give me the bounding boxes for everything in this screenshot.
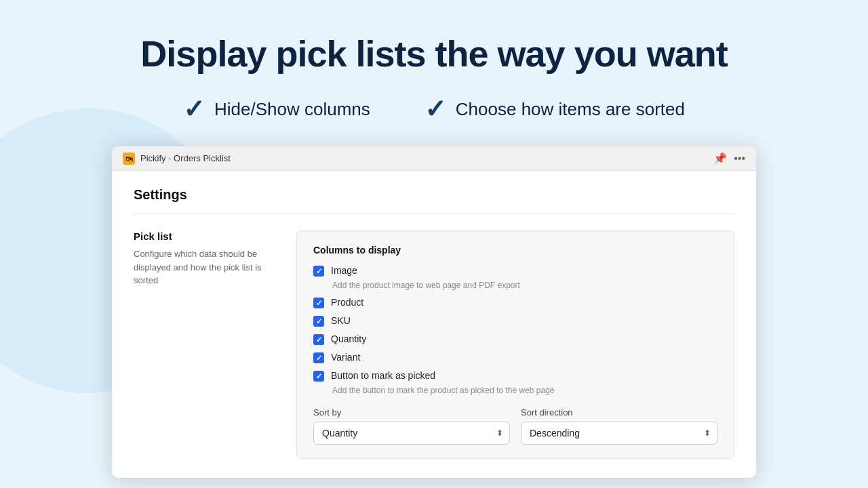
checkbox-item-button: ✓ Button to mark as picked bbox=[313, 370, 717, 382]
sort-by-select[interactable]: Image Product SKU Quantity Variant bbox=[313, 422, 510, 445]
checkbox-item-image: ✓ Image bbox=[313, 265, 717, 277]
feature-item-hide-show: ✓ Hide/Show columns bbox=[183, 96, 370, 122]
checkbox-item-product: ✓ Product bbox=[313, 297, 717, 308]
checkbox-label-variant: Variant bbox=[331, 352, 360, 363]
settings-panel: Columns to display ✓ Image Add the produ… bbox=[296, 230, 734, 459]
sort-direction-select[interactable]: Ascending Descending bbox=[521, 422, 717, 445]
check-mark-variant: ✓ bbox=[316, 354, 322, 362]
checkbox-variant[interactable]: ✓ bbox=[313, 352, 324, 363]
hero-title: Display pick lists the way you want bbox=[140, 33, 727, 75]
checkmark-icon-2: ✓ bbox=[425, 96, 446, 122]
checkbox-desc-image: Add the product image to web page and PD… bbox=[332, 281, 717, 290]
check-mark-button: ✓ bbox=[316, 373, 322, 380]
feature-label-2: Choose how items are sorted bbox=[456, 99, 685, 120]
sort-by-select-wrapper: Image Product SKU Quantity Variant ⬍ bbox=[313, 422, 510, 445]
features-row: ✓ Hide/Show columns ✓ Choose how items a… bbox=[183, 96, 685, 122]
pin-icon[interactable]: 📌 bbox=[713, 152, 727, 165]
check-mark-image: ✓ bbox=[316, 268, 322, 275]
checkbox-item-quantity: ✓ Quantity bbox=[313, 333, 717, 345]
settings-body: Pick list Configure which data should be… bbox=[134, 230, 734, 459]
checkbox-button[interactable]: ✓ bbox=[313, 371, 324, 382]
settings-heading: Settings bbox=[134, 187, 734, 214]
checkbox-label-image: Image bbox=[331, 265, 357, 276]
app-icon: 🛍 bbox=[123, 152, 135, 165]
sort-by-group: Sort by Image Product SKU Quantity Varia… bbox=[313, 407, 510, 445]
checkbox-label-quantity: Quantity bbox=[331, 333, 366, 344]
more-icon[interactable]: ••• bbox=[734, 152, 745, 165]
checkbox-item-variant: ✓ Variant bbox=[313, 352, 717, 363]
sort-row: Sort by Image Product SKU Quantity Varia… bbox=[313, 407, 717, 445]
feature-label-1: Hide/Show columns bbox=[214, 99, 370, 120]
sort-direction-label: Sort direction bbox=[521, 407, 717, 418]
title-bar-left: 🛍 Pickify - Orders Picklist bbox=[123, 152, 231, 165]
sort-direction-group: Sort direction Ascending Descending ⬍ bbox=[521, 407, 717, 445]
checkbox-sku[interactable]: ✓ bbox=[313, 316, 324, 327]
checkmark-icon-1: ✓ bbox=[183, 96, 205, 122]
main-area: Settings Pick list Configure which data … bbox=[112, 171, 756, 478]
check-mark-product: ✓ bbox=[316, 300, 322, 307]
columns-heading: Columns to display bbox=[313, 245, 717, 256]
checkbox-desc-button: Add the button to mark the product as pi… bbox=[332, 386, 717, 395]
check-mark-sku: ✓ bbox=[316, 318, 322, 325]
checkbox-image[interactable]: ✓ bbox=[313, 266, 324, 277]
title-bar: 🛍 Pickify - Orders Picklist 📌 ••• bbox=[112, 146, 756, 171]
app-window: 🛍 Pickify - Orders Picklist 📌 ••• Settin… bbox=[112, 146, 756, 478]
checkbox-quantity[interactable]: ✓ bbox=[313, 334, 324, 345]
checkbox-label-product: Product bbox=[331, 297, 363, 308]
feature-item-sort: ✓ Choose how items are sorted bbox=[425, 96, 685, 122]
settings-label-col: Pick list Configure which data should be… bbox=[134, 230, 269, 459]
app-title: Pickify - Orders Picklist bbox=[140, 153, 231, 163]
sort-direction-select-wrapper: Ascending Descending ⬍ bbox=[521, 422, 717, 445]
checkbox-item-sku: ✓ SKU bbox=[313, 315, 717, 327]
checkbox-product[interactable]: ✓ bbox=[313, 298, 324, 308]
sort-by-label: Sort by bbox=[313, 407, 510, 418]
section-title: Pick list bbox=[134, 230, 269, 242]
check-mark-quantity: ✓ bbox=[316, 336, 322, 344]
checkbox-label-button: Button to mark as picked bbox=[331, 370, 435, 381]
section-description: Configure which data should be displayed… bbox=[134, 247, 269, 287]
title-bar-right: 📌 ••• bbox=[713, 152, 745, 165]
checkbox-label-sku: SKU bbox=[331, 315, 351, 326]
